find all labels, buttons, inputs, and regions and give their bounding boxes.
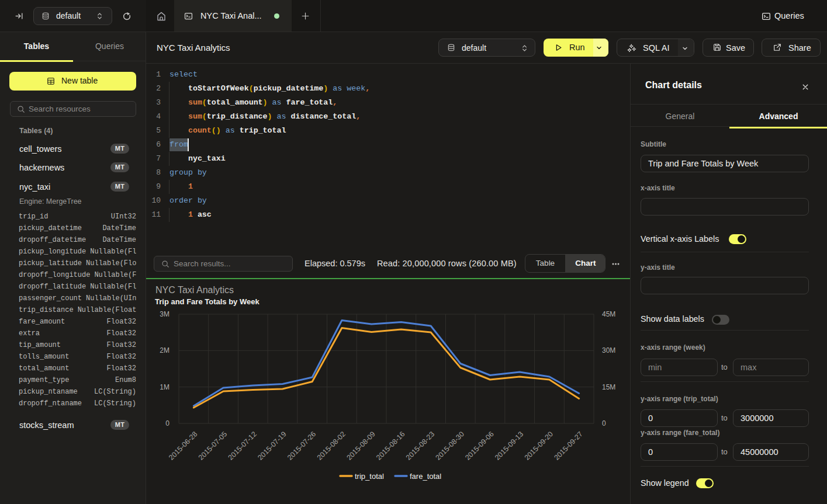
svg-text:2015-07-19: 2015-07-19 bbox=[256, 430, 288, 461]
svg-text:2015-08-30: 2015-08-30 bbox=[434, 430, 466, 461]
svg-text:trip_total: trip_total bbox=[355, 472, 384, 481]
svg-text:15M: 15M bbox=[602, 383, 615, 391]
svg-text:30M: 30M bbox=[602, 346, 615, 354]
svg-text:2015-07-26: 2015-07-26 bbox=[286, 430, 317, 461]
svg-text:NYC Taxi Analytics: NYC Taxi Analytics bbox=[155, 285, 234, 295]
svg-text:fare_total: fare_total bbox=[410, 472, 441, 481]
svg-text:2015-08-09: 2015-08-09 bbox=[345, 430, 376, 461]
svg-text:3M: 3M bbox=[160, 310, 169, 318]
svg-text:45M: 45M bbox=[602, 310, 615, 318]
svg-text:2015-09-27: 2015-09-27 bbox=[552, 430, 584, 461]
svg-text:2015-07-12: 2015-07-12 bbox=[227, 430, 258, 461]
svg-text:2015-09-06: 2015-09-06 bbox=[463, 430, 495, 461]
svg-text:2015-08-02: 2015-08-02 bbox=[316, 430, 347, 461]
svg-text:2M: 2M bbox=[160, 346, 169, 354]
svg-text:2015-09-13: 2015-09-13 bbox=[493, 430, 525, 461]
svg-text:2015-08-23: 2015-08-23 bbox=[404, 430, 436, 461]
svg-text:1M: 1M bbox=[160, 383, 169, 391]
svg-text:2015-07-05: 2015-07-05 bbox=[197, 430, 229, 461]
svg-text:0: 0 bbox=[165, 419, 169, 427]
svg-text:2015-06-28: 2015-06-28 bbox=[167, 430, 199, 461]
svg-text:2015-08-16: 2015-08-16 bbox=[375, 430, 406, 461]
svg-text:Trip and Fare Totals by Week: Trip and Fare Totals by Week bbox=[155, 297, 259, 306]
svg-text:0: 0 bbox=[602, 419, 606, 427]
svg-text:2015-09-20: 2015-09-20 bbox=[523, 430, 555, 461]
